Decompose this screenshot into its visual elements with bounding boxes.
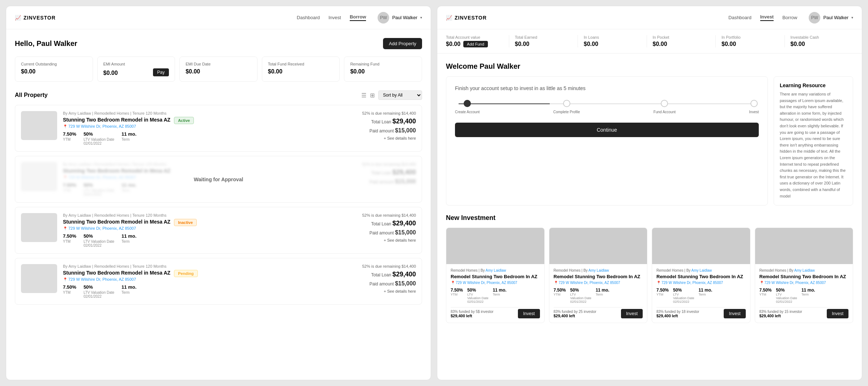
pin-icon-1 (63, 124, 67, 128)
step-invest: Invest (749, 100, 759, 114)
step-dot-3 (661, 100, 668, 107)
status-badge-3: Inactive (174, 219, 197, 226)
right-user-name: Paul Walker (823, 15, 848, 20)
left-nav-dashboard[interactable]: Dashboard (297, 15, 320, 20)
invest-card-1: Remodel Homes | By Amy Laidlaw Remodel S… (446, 228, 545, 323)
stat-remaining-fund: Remaining Fund $0.00 (344, 56, 422, 82)
step-label-2: Complete Profile (553, 110, 580, 114)
invest-pin-4: 📍 (760, 281, 764, 285)
acct-te-value: $0.00 (515, 41, 572, 47)
acct-tv-label: Total Account value (446, 35, 503, 39)
account-bar: Total Account value $0.00 Add Fund Total… (437, 29, 862, 54)
invest-body-4: Remodel Homes | By Amy Laidlaw Remodel S… (755, 264, 853, 323)
sort-select[interactable]: Sort by All Sort by Active Sort by Inact… (378, 90, 422, 100)
left-nav-user[interactable]: PW Paul Walker ▾ (378, 12, 422, 24)
left-section-header: All Property ☰ ⊞ Sort by All Sort by Act… (15, 90, 422, 100)
right-nav-dashboard[interactable]: Dashboard (728, 15, 752, 20)
prop-due-4: 52% is due remaining $14,400 (362, 264, 416, 268)
invest-funded-2: 83% funded by 25 investor (554, 310, 596, 314)
prop-right-4: 52% is due remaining $14,400 Total Loan … (358, 264, 416, 298)
invest-body-1: Remodel Homes | By Amy Laidlaw Remodel S… (446, 264, 544, 323)
invest-btn-3[interactable]: Invest (724, 309, 745, 318)
invest-title-4: Remodel Stunning Two Bedroom In AZ (760, 274, 849, 279)
learning-text: There are many variations of passages of… (780, 91, 847, 199)
invest-left-3: $29,400 left (656, 314, 699, 318)
right-nav-invest[interactable]: Invest (760, 14, 774, 21)
stat-rf-value: $0.00 (350, 68, 416, 75)
prop-image-1 (21, 111, 57, 140)
invest-btn-1[interactable]: Invest (518, 309, 540, 318)
left-nav-borrow[interactable]: Borrow (350, 14, 366, 21)
invest-footer-3: 83% funded by 18 investor $29,400 left I… (656, 309, 746, 318)
left-logo: 📈 ZINVESTOR (15, 15, 56, 21)
invest-left-1: $29,400 left (451, 314, 493, 318)
invest-card-4: Remodel Homes | By Amy Laidlaw Remodel S… (755, 228, 854, 323)
acct-te-label: Total Earned (515, 35, 572, 39)
invest-pin-3: 📍 (656, 281, 661, 285)
step-fund-account: Fund Account (654, 100, 676, 114)
prop-due-3: 52% is due remaining $14,400 (362, 213, 416, 217)
invest-btn-2[interactable]: Invest (621, 309, 643, 318)
left-greeting: Hello, Paul Walker (15, 39, 77, 48)
invest-body-3: Remodel Homes | By Amy Laidlaw Remodel S… (652, 264, 750, 323)
welcome-title: Welcome Paul Walker (446, 62, 853, 71)
left-chevron-icon: ▾ (420, 16, 422, 20)
acct-investable-cash: Investable Cash $0.00 (785, 35, 854, 47)
prop-details-link-3[interactable]: + See details here (384, 238, 416, 242)
step-complete-profile: Complete Profile (553, 100, 580, 114)
invest-meta-2: Remodel Homes | By Amy Laidlaw (554, 268, 643, 272)
acct-ic-label: Investable Cash (791, 35, 848, 39)
add-fund-button[interactable]: Add Fund (463, 41, 488, 47)
right-nav-user[interactable]: PW Paul Walker ▾ (809, 12, 853, 24)
prop-info-1: By Amy Laidlaw | Remodelled Homes | Tenu… (63, 111, 352, 145)
learning-title: Learning Resource (780, 82, 847, 88)
left-nav-invest[interactable]: Invest (328, 15, 341, 20)
left-stats-row: Current Outstanding $0.00 EMI Amount $0.… (15, 56, 422, 82)
invest-footer-4: 83% funded by 15 investor $29,400 left I… (760, 309, 849, 318)
invest-funded-4: 83% funded by 15 investor (760, 310, 802, 314)
invest-pin-1: 📍 (451, 281, 455, 285)
pay-button[interactable]: Pay (153, 68, 169, 76)
invest-img-1 (446, 228, 544, 264)
setup-card: Finish your account setup to invest in a… (446, 76, 768, 205)
waiting-overlay: Waiting for Approval (15, 156, 422, 202)
logo-text: ZINVESTOR (24, 15, 56, 21)
left-page-header: Hello, Paul Walker Add Property (15, 38, 422, 49)
grid-view-button[interactable]: ⊞ (370, 92, 375, 99)
invest-body-2: Remodel Homes | By Amy Laidlaw Remodel S… (549, 264, 647, 323)
continue-button[interactable]: Continue (455, 123, 759, 137)
invest-pin-2: 📍 (554, 281, 558, 285)
prop-image-4 (21, 264, 57, 293)
progress-steps: Create Account Complete Profile Fund Acc… (455, 100, 759, 114)
invest-funded-1: 83% funded by 5$ investor (451, 310, 493, 314)
invest-meta-3: Remodel Homes | By Amy Laidlaw (656, 268, 746, 272)
invest-stats-4: 7.50% YTM 50% LTVValuation Date02/01/202… (760, 288, 849, 304)
prop-details-link-1[interactable]: + See details here (384, 136, 416, 140)
invest-img-3 (652, 228, 750, 264)
prop-image-3 (21, 213, 57, 242)
add-property-button[interactable]: Add Property (383, 38, 422, 49)
right-panel: 📈 ZINVESTOR Dashboard Invest Borrow PW P… (437, 6, 862, 380)
prop-address-4: 729 W Wilshire Dr, Phoenix, AZ 85007 (63, 277, 352, 281)
invest-left-2: $29,400 left (554, 314, 596, 318)
setup-subtitle: Finish your account setup to invest in a… (455, 85, 759, 91)
property-card-1: By Amy Laidlaw | Remodelled Homes | Tenu… (15, 105, 422, 152)
right-nav-borrow[interactable]: Borrow (782, 15, 797, 20)
stat-emi-value: $0.00 (103, 70, 118, 76)
new-investment-title: New Investment (446, 214, 853, 222)
step-label-1: Create Account (455, 110, 480, 114)
invest-stats-2: 7.50% YTM 50% LTVValuation Date02/01/202… (554, 288, 643, 304)
prop-details-link-4[interactable]: + See details here (384, 289, 416, 293)
stat-tf-value: $0.00 (268, 68, 334, 75)
waiting-text: Waiting for Approval (194, 177, 243, 182)
step-dot-2 (563, 100, 570, 107)
prop-meta-1: By Amy Laidlaw | Remodelled Homes | Tenu… (63, 111, 352, 115)
prop-address-3: 729 W Wilshire Dr, Phoenix, AZ 85007 (63, 226, 352, 230)
invest-btn-4[interactable]: Invest (827, 309, 848, 318)
acct-iport-label: In Portfolio (722, 35, 779, 39)
step-dot-4 (750, 100, 758, 107)
left-nav-links: Dashboard Invest Borrow (297, 14, 366, 21)
list-view-button[interactable]: ☰ (361, 92, 366, 99)
prop-right-3: 52% is due remaining $14,400 Total Loan … (358, 213, 416, 247)
prop-title-4: Stunning Two Bedroom Remodel in Mesa AZ (63, 270, 170, 276)
